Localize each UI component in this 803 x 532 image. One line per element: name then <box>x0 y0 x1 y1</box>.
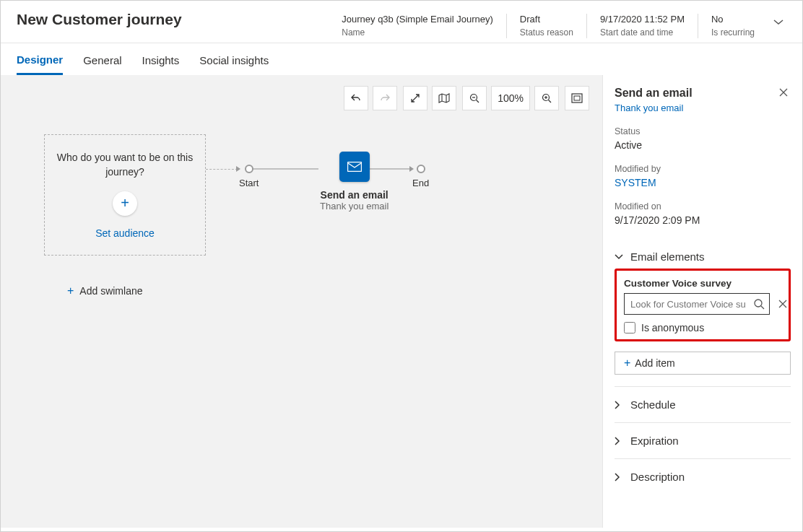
meta-name-value: Journey q3b (Simple Email Journey) <box>342 14 493 25</box>
add-swimlane-button[interactable]: + Add swimlane <box>67 284 143 297</box>
meta-start-label: Start date and time <box>600 27 685 38</box>
plus-icon: + <box>67 284 74 297</box>
meta-status-value: Draft <box>520 14 573 25</box>
meta-recur-label: Is recurring <box>711 27 755 38</box>
status-label: Status <box>615 126 791 136</box>
plus-icon: + <box>624 357 630 370</box>
add-item-button[interactable]: + Add item <box>615 352 791 375</box>
svg-rect-9 <box>347 162 361 172</box>
chevron-down-icon <box>615 254 623 260</box>
meta-start-value: 9/17/2020 11:52 PM <box>600 14 685 25</box>
is-anonymous-label: Is anonymous <box>641 322 704 333</box>
audience-placeholder[interactable]: Who do you want to be on this journey? +… <box>44 134 206 256</box>
meta-start[interactable]: 9/17/2020 11:52 PM Start date and time <box>600 14 685 38</box>
close-panel-button[interactable] <box>776 87 791 98</box>
svg-rect-7 <box>572 94 582 103</box>
zoom-level-text: 100% <box>498 92 524 104</box>
is-anonymous-checkbox[interactable] <box>624 322 635 333</box>
plus-icon: + <box>121 195 129 212</box>
svg-rect-8 <box>574 96 580 100</box>
page-title: New Customer journey <box>17 11 182 28</box>
start-node[interactable]: Start <box>239 165 259 188</box>
clear-survey-button[interactable] <box>777 300 789 308</box>
zoom-in-icon <box>542 93 552 104</box>
svg-line-4 <box>548 100 551 103</box>
meta-name-label: Name <box>342 27 493 38</box>
panel-email-link[interactable]: Thank you email <box>615 103 693 113</box>
set-audience-link[interactable]: Set audience <box>95 227 155 239</box>
fit-to-screen-button[interactable] <box>565 86 589 110</box>
email-tile-subtitle: Thank you email <box>320 201 389 212</box>
redo-icon <box>379 92 391 104</box>
meta-divider <box>698 14 698 38</box>
map-icon <box>438 93 450 103</box>
properties-panel: Send an email Thank you email Status Act… <box>603 75 802 528</box>
survey-search-box[interactable] <box>624 293 770 315</box>
is-anonymous-row[interactable]: Is anonymous <box>624 322 781 333</box>
survey-search-row <box>624 293 781 315</box>
email-tile[interactable]: Send an email Thank you email <box>320 152 389 212</box>
email-tile-icon-box <box>339 152 370 182</box>
end-node[interactable]: End <box>412 165 429 188</box>
tab-bar: Designer General Insights Social insight… <box>1 43 802 75</box>
meta-name[interactable]: Journey q3b (Simple Email Journey) Name <box>342 14 493 38</box>
expiration-label: Expiration <box>630 435 679 447</box>
tab-social-insights[interactable]: Social insights <box>199 54 269 75</box>
start-label: Start <box>239 178 259 188</box>
close-icon <box>778 300 787 308</box>
add-item-label: Add item <box>635 357 674 369</box>
meta-recur-value: No <box>711 14 755 25</box>
body: 100% Who do you want to be on this journ… <box>1 75 802 528</box>
panel-header: Send an email Thank you email <box>615 87 791 113</box>
tab-insights[interactable]: Insights <box>142 54 180 75</box>
meta-recurring[interactable]: No Is recurring <box>711 14 755 38</box>
zoom-level[interactable]: 100% <box>491 86 530 110</box>
minimap-button[interactable] <box>432 86 456 110</box>
expiration-section[interactable]: Expiration <box>615 422 791 458</box>
modifiedon-label: Modified on <box>615 201 791 212</box>
survey-search-input[interactable] <box>629 298 753 310</box>
chevron-right-icon <box>615 473 620 481</box>
expand-icon <box>410 93 420 103</box>
zoom-out-button[interactable] <box>462 86 487 110</box>
expand-header-button[interactable] <box>768 14 786 25</box>
email-tile-title: Send an email <box>321 189 389 201</box>
undo-button[interactable] <box>344 86 368 110</box>
fit-icon <box>571 93 583 103</box>
description-label: Description <box>630 471 685 483</box>
schedule-section[interactable]: Schedule <box>615 386 791 422</box>
chevron-right-icon <box>615 437 620 445</box>
mail-icon <box>347 162 362 172</box>
modifiedby-value[interactable]: SYSTEM <box>615 177 791 188</box>
add-audience-button[interactable]: + <box>113 191 137 216</box>
node-dot-icon <box>417 165 425 173</box>
connector-line <box>249 168 318 170</box>
customer-voice-highlight: Customer Voice survey Is anonymous <box>615 269 791 341</box>
meta-status-label: Status reason <box>520 27 573 38</box>
canvas-toolbar: 100% <box>344 86 589 110</box>
zoom-in-button[interactable] <box>534 86 559 110</box>
node-dot-icon <box>245 165 253 173</box>
svg-point-10 <box>755 300 762 307</box>
survey-label: Customer Voice survey <box>624 278 781 289</box>
close-icon <box>779 88 788 97</box>
audience-question: Who do you want to be on this journey? <box>56 151 194 179</box>
description-section[interactable]: Description <box>615 458 791 494</box>
search-icon <box>753 298 765 310</box>
chevron-right-icon <box>615 401 620 409</box>
meta-status[interactable]: Draft Status reason <box>520 14 573 38</box>
connector-dash <box>206 169 238 170</box>
undo-icon <box>350 92 362 104</box>
svg-line-11 <box>761 306 764 309</box>
meta-divider <box>586 14 587 38</box>
chevron-down-icon <box>773 19 784 25</box>
end-label: End <box>412 178 429 188</box>
panel-title: Send an email <box>615 87 693 100</box>
tab-general[interactable]: General <box>83 54 121 75</box>
zoom-out-icon <box>469 93 480 104</box>
modifiedon-value: 9/17/2020 2:09 PM <box>615 214 791 226</box>
designer-canvas[interactable]: 100% Who do you want to be on this journ… <box>1 75 603 528</box>
fullscreen-button[interactable] <box>403 86 427 110</box>
redo-button[interactable] <box>373 86 397 110</box>
tab-designer[interactable]: Designer <box>17 53 63 75</box>
